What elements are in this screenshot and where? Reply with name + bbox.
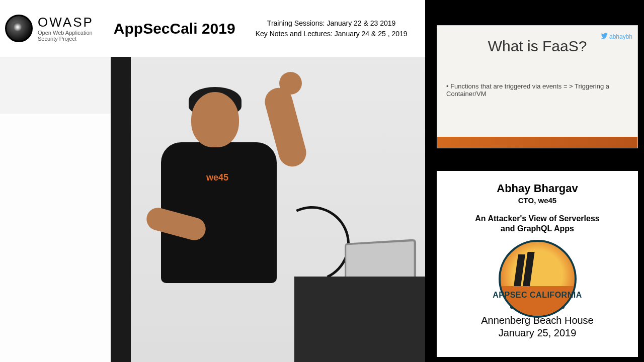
event-dates: Training Sessions: January 22 & 23 2019 … — [256, 18, 408, 39]
owasp-logo-icon — [5, 15, 33, 42]
header-banner: OWASP Open Web Application Security Proj… — [0, 0, 425, 57]
slide-bullet-1: • Functions that are triggered via event… — [446, 82, 628, 98]
conference-name: APPSEC CALIFORNIA — [492, 291, 583, 300]
talk-title-line2: and GraphQL Apps — [501, 224, 574, 233]
slide-title: What is FaaS? — [446, 38, 628, 55]
podium — [294, 277, 425, 362]
main-video-feed: we45 — [0, 57, 425, 362]
raised-fist — [279, 72, 302, 95]
conference-logo: APPSEC CALIFORNIA • OWASP·2019 • — [492, 240, 583, 309]
twitter-text: abhaybh — [609, 33, 632, 40]
keynote-dates: Key Notes and Lectures: January 24 & 25 … — [256, 29, 408, 39]
video-left-margin — [0, 114, 111, 362]
speaker-name: Abhay Bhargav — [449, 182, 625, 195]
event-date: January 25, 2019 — [449, 327, 625, 339]
speaker-role: CTO, we45 — [449, 196, 625, 205]
head — [191, 92, 239, 147]
slide-twitter-handle: abhaybh — [601, 33, 632, 40]
shirt-logo: we45 — [206, 172, 228, 183]
speaker-info-panel: Abhay Bhargav CTO, we45 An Attacker's Vi… — [437, 171, 638, 357]
talk-title: An Attacker's View of Serverless and Gra… — [449, 214, 625, 234]
speaker-scene: we45 — [111, 57, 425, 362]
org-tagline-2: Security Project — [38, 36, 94, 42]
talk-title-line1: An Attacker's View of Serverless — [475, 214, 599, 223]
speaker-figure: we45 — [141, 87, 302, 348]
owasp-text: OWASP Open Web Application Security Proj… — [38, 15, 94, 42]
slide-footer-bar — [437, 137, 637, 148]
conference-badge-icon — [499, 240, 577, 318]
org-tagline-1: Open Web Application — [38, 30, 94, 36]
backdrop-panel — [111, 57, 131, 362]
org-name: OWASP — [38, 15, 94, 30]
event-title: AppSecCali 2019 — [114, 20, 235, 37]
training-dates: Training Sessions: January 22 & 23 2019 — [256, 18, 408, 29]
twitter-icon — [601, 33, 608, 40]
slide-inset: abhaybh What is FaaS? • Functions that a… — [437, 25, 638, 148]
